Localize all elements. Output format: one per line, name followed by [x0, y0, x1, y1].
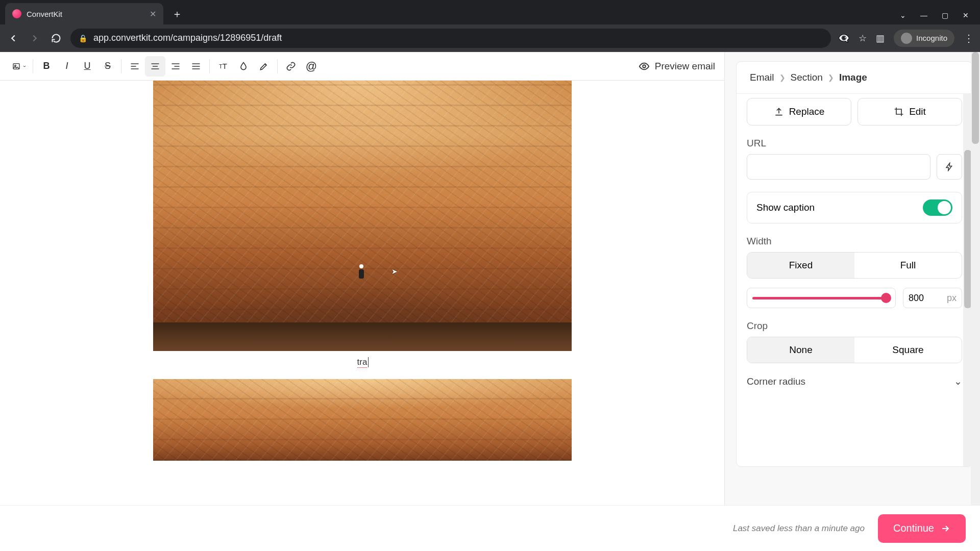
- crop-label: Crop: [747, 320, 962, 332]
- width-slider[interactable]: [747, 288, 896, 308]
- incognito-badge[interactable]: Incognito: [894, 30, 954, 47]
- properties-panel: Email ❯ Section ❯ Image Replace Edit: [736, 61, 973, 467]
- italic-button[interactable]: I: [57, 56, 77, 77]
- upload-icon: [774, 107, 784, 117]
- crop-none-option[interactable]: None: [747, 337, 854, 363]
- url-input[interactable]: [747, 154, 930, 180]
- insert-image-button[interactable]: [9, 56, 30, 77]
- star-icon[interactable]: ☆: [859, 33, 867, 44]
- width-value: 800: [909, 293, 924, 304]
- font-size-button[interactable]: TT: [213, 56, 233, 77]
- underline-button[interactable]: U: [77, 56, 97, 77]
- crop-segmented: None Square: [747, 337, 962, 363]
- image-block[interactable]: ➤: [153, 81, 572, 351]
- show-caption-row: Show caption: [747, 192, 962, 223]
- align-right-button[interactable]: [165, 56, 186, 77]
- url-bar[interactable]: 🔒 app.convertkit.com/campaigns/12896951/…: [70, 29, 831, 48]
- breadcrumb-image[interactable]: Image: [839, 72, 867, 83]
- browser-tab-strip: ConvertKit ✕ ＋ ⌄ — ▢ ✕: [0, 0, 980, 24]
- breadcrumb: Email ❯ Section ❯ Image: [737, 62, 972, 93]
- page-footer: Last saved less than a minute ago Contin…: [0, 505, 980, 551]
- lock-icon: 🔒: [79, 34, 87, 42]
- width-label: Width: [747, 236, 962, 247]
- eye-icon: [639, 61, 650, 72]
- show-caption-toggle[interactable]: [923, 199, 952, 216]
- strikethrough-button[interactable]: S: [97, 56, 118, 77]
- continue-label: Continue: [893, 522, 934, 534]
- slider-handle[interactable]: [881, 293, 891, 303]
- align-left-button[interactable]: [125, 56, 145, 77]
- crop-square-option[interactable]: Square: [854, 337, 962, 363]
- editor-toolbar: B I U S TT: [0, 52, 724, 81]
- breadcrumb-email[interactable]: Email: [750, 72, 774, 83]
- new-tab-button[interactable]: ＋: [168, 5, 186, 22]
- edit-label: Edit: [909, 106, 926, 117]
- reload-button[interactable]: [49, 31, 63, 45]
- last-saved-text: Last saved less than a minute ago: [733, 523, 865, 534]
- edit-button[interactable]: Edit: [857, 98, 962, 126]
- width-full-option[interactable]: Full: [854, 253, 962, 278]
- incognito-label: Incognito: [916, 34, 947, 42]
- preview-label: Preview email: [655, 61, 715, 72]
- link-button[interactable]: [281, 56, 301, 77]
- url-label: URL: [747, 138, 962, 149]
- width-unit: px: [947, 293, 957, 304]
- tab-title: ConvertKit: [27, 10, 62, 18]
- text-color-button[interactable]: [233, 56, 254, 77]
- corner-radius-row[interactable]: Corner radius ⌄: [747, 372, 962, 387]
- incognito-icon: [901, 33, 912, 44]
- chevron-right-icon: ❯: [828, 73, 834, 82]
- panel-icon[interactable]: ▥: [876, 33, 885, 44]
- close-window-icon[interactable]: ✕: [963, 11, 969, 19]
- forward-button[interactable]: [28, 31, 42, 45]
- replace-label: Replace: [789, 106, 825, 117]
- url-action-button[interactable]: [937, 154, 962, 180]
- mention-button[interactable]: @: [301, 56, 322, 77]
- align-justify-button[interactable]: [186, 56, 206, 77]
- url-text: app.convertkit.com/campaigns/12896951/dr…: [93, 33, 282, 43]
- highlight-button[interactable]: [254, 56, 274, 77]
- width-value-input[interactable]: 800 px: [903, 288, 962, 308]
- image-block-2[interactable]: [153, 379, 572, 461]
- arrow-right-icon: [940, 523, 950, 534]
- image-caption[interactable]: tra: [357, 357, 368, 368]
- svg-point-2: [643, 65, 646, 68]
- minimize-icon[interactable]: —: [920, 11, 927, 19]
- replace-button[interactable]: Replace: [747, 98, 851, 126]
- breadcrumb-section[interactable]: Section: [791, 72, 823, 83]
- editor-canvas[interactable]: ➤ tra: [0, 81, 724, 551]
- chevron-right-icon: ❯: [779, 73, 786, 82]
- align-center-button[interactable]: [145, 56, 165, 77]
- window-controls: ⌄ — ▢ ✕: [900, 11, 980, 19]
- eye-off-icon[interactable]: 👁‍🗨: [838, 33, 849, 44]
- favicon-icon: [12, 9, 21, 18]
- chevron-down-icon[interactable]: ⌄: [900, 11, 906, 19]
- page-scrollbar[interactable]: [971, 52, 980, 551]
- continue-button[interactable]: Continue: [878, 514, 966, 543]
- browser-address-bar: 🔒 app.convertkit.com/campaigns/12896951/…: [0, 24, 980, 52]
- chevron-down-icon: ⌄: [954, 375, 962, 387]
- show-caption-label: Show caption: [756, 202, 815, 213]
- crop-icon: [894, 107, 904, 117]
- width-fixed-option[interactable]: Fixed: [747, 253, 854, 278]
- kebab-menu-icon[interactable]: ⋮: [964, 32, 974, 44]
- maximize-icon[interactable]: ▢: [942, 11, 948, 19]
- width-segmented: Fixed Full: [747, 252, 962, 279]
- browser-tab[interactable]: ConvertKit ✕: [5, 3, 163, 24]
- bolt-icon: [945, 162, 954, 171]
- cursor-icon: ➤: [391, 267, 398, 276]
- svg-point-1: [15, 65, 16, 66]
- close-tab-icon[interactable]: ✕: [150, 9, 156, 19]
- bold-button[interactable]: B: [36, 56, 57, 77]
- person-figure: [358, 264, 365, 283]
- preview-email-button[interactable]: Preview email: [639, 61, 715, 72]
- corner-radius-label: Corner radius: [747, 376, 805, 387]
- back-button[interactable]: [6, 31, 20, 45]
